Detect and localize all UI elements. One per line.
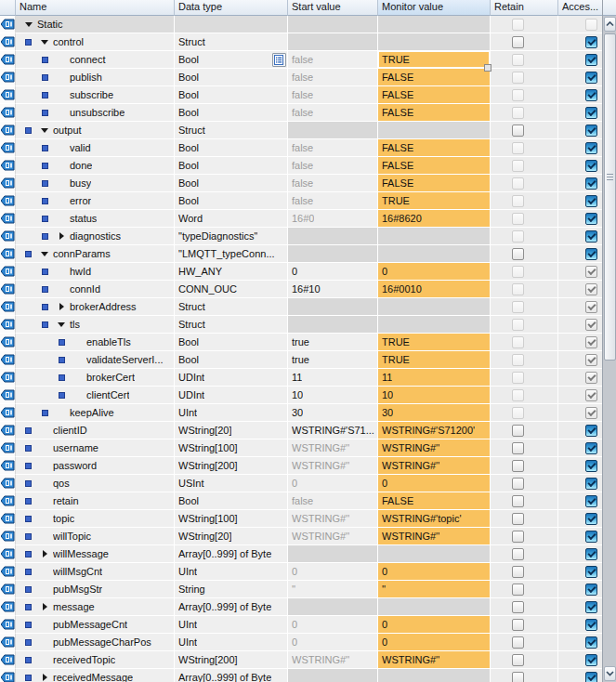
monitor-value-cell[interactable]: FALSE [378,69,491,86]
datatype-cell[interactable]: UInt [175,404,288,422]
start-value-cell[interactable]: false [288,51,378,69]
retain-checkbox[interactable] [512,619,524,631]
datatype-cell[interactable] [175,16,288,33]
name-cell[interactable]: Static [16,16,175,33]
name-cell[interactable]: control [16,33,175,51]
monitor-value-cell[interactable]: 0 [378,475,491,492]
retain-checkbox[interactable] [512,125,524,137]
vertical-scrollbar[interactable] [602,0,616,682]
column-header-name[interactable]: Name [16,0,175,16]
retain-checkbox[interactable] [512,36,524,48]
expander-closed-icon[interactable] [41,602,49,611]
access-checkbox[interactable] [585,142,597,154]
datatype-cell[interactable]: String [175,581,288,598]
access-checkbox[interactable] [585,213,597,225]
datatype-cell[interactable]: Array[0..999] of Byte [175,598,288,616]
scrollbar-thumb[interactable] [604,33,616,361]
access-checkbox[interactable] [585,619,597,631]
start-value-cell[interactable]: false [288,104,378,122]
monitor-value-cell[interactable]: 11 [378,369,491,387]
name-cell[interactable]: connParams [16,245,175,263]
datatype-cell[interactable]: Bool [175,51,288,69]
name-cell[interactable]: willMsgCnt [16,563,175,581]
name-cell[interactable]: error [16,192,175,210]
datatype-cell[interactable]: WString[20] [175,528,288,545]
access-checkbox[interactable] [585,584,597,596]
name-cell[interactable]: status [16,210,175,228]
start-value-cell[interactable]: WSTRING#'' [288,528,378,545]
table-row[interactable]: validBoolfalseFALSE [0,139,602,157]
retain-checkbox[interactable] [512,601,524,613]
name-cell[interactable]: brokerAddress [16,298,175,316]
datatype-cell[interactable]: Struct [175,33,288,51]
datatype-cell[interactable]: UInt [175,563,288,581]
start-value-cell[interactable]: 11 [288,369,378,387]
datatype-cell[interactable]: Bool [175,104,288,122]
table-row[interactable]: willMsgCntUInt00 [0,563,602,581]
monitor-value-cell[interactable]: 0 [378,563,491,581]
access-checkbox[interactable] [585,160,597,172]
access-checkbox[interactable] [585,89,597,101]
start-value-cell[interactable]: 16#0 [288,210,378,228]
monitor-value-cell[interactable]: 0 [378,263,491,281]
name-cell[interactable]: receivedTopic [16,651,175,669]
name-cell[interactable]: done [16,157,175,175]
start-value-cell[interactable]: 16#10 [288,281,378,298]
name-cell[interactable]: busy [16,175,175,192]
datatype-cell[interactable]: "LMQTT_typeConn... [175,245,288,263]
retain-checkbox[interactable] [512,513,524,525]
datatype-cell[interactable]: Array[0..999] of Byte [175,545,288,563]
datatype-cell[interactable]: UDInt [175,369,288,387]
start-value-cell[interactable]: false [288,139,378,157]
expander-closed-icon[interactable] [58,231,66,241]
name-cell[interactable]: retain [16,492,175,510]
retain-checkbox[interactable] [512,248,524,260]
access-checkbox[interactable] [585,495,597,507]
monitor-value-cell[interactable]: '' [378,581,491,598]
scroll-down-button[interactable] [604,666,616,681]
name-cell[interactable]: connect [16,51,175,69]
start-value-cell[interactable]: false [288,157,378,175]
access-checkbox[interactable] [585,36,597,48]
start-value-cell[interactable]: 0 [288,263,378,281]
retain-checkbox[interactable] [512,478,524,490]
monitor-value-cell[interactable] [378,598,491,616]
monitor-value-cell[interactable]: 16#0010 [378,281,491,298]
monitor-value-cell[interactable] [378,33,491,51]
datatype-cell[interactable]: Bool [175,334,288,351]
start-value-cell[interactable] [288,669,378,682]
name-cell[interactable]: pubMsgStr [16,581,175,598]
monitor-value-cell[interactable]: FALSE [378,139,491,157]
table-row[interactable]: statusWord16#016#8620 [0,210,602,228]
start-value-cell[interactable]: true [288,351,378,369]
retain-checkbox[interactable] [512,636,524,649]
datatype-select-button[interactable] [272,53,286,67]
datatype-cell[interactable]: HW_ANY [175,263,288,281]
start-value-cell[interactable] [288,598,378,616]
table-row[interactable]: publishBoolfalseFALSE [0,69,602,86]
access-checkbox[interactable] [585,654,597,666]
table-row[interactable]: errorBoolfalseTRUE [0,192,602,210]
table-row[interactable]: connIdCONN_OUC16#1016#0010 [0,281,602,298]
table-row[interactable]: validateServerI...BooltrueTRUE [0,351,602,369]
name-cell[interactable]: output [16,122,175,139]
table-row[interactable]: connectBoolfalseTRUE [0,51,602,69]
table-row[interactable]: willMessageArray[0..999] of Byte [0,545,602,563]
name-cell[interactable]: password [16,457,175,475]
table-row[interactable]: hwIdHW_ANY00 [0,263,602,281]
monitor-value-cell[interactable]: WSTRING#'' [378,457,491,475]
monitor-value-cell[interactable]: 10 [378,387,491,404]
name-cell[interactable]: brokerCert [16,369,175,387]
monitor-value-cell[interactable]: WSTRING#'S71200' [378,422,491,439]
datatype-cell[interactable]: Struct [175,316,288,334]
retain-checkbox[interactable] [512,548,524,560]
table-row[interactable]: receivedMessageArray[0..999] of Byte [0,669,602,682]
start-value-cell[interactable] [288,122,378,139]
name-cell[interactable]: clientCert [16,387,175,404]
access-checkbox[interactable] [585,636,597,649]
datatype-cell[interactable]: Bool [175,492,288,510]
expander-closed-icon[interactable] [41,549,49,558]
datatype-cell[interactable]: Bool [175,69,288,86]
access-checkbox[interactable] [585,107,597,119]
column-header-access[interactable]: Acces... [558,0,602,16]
